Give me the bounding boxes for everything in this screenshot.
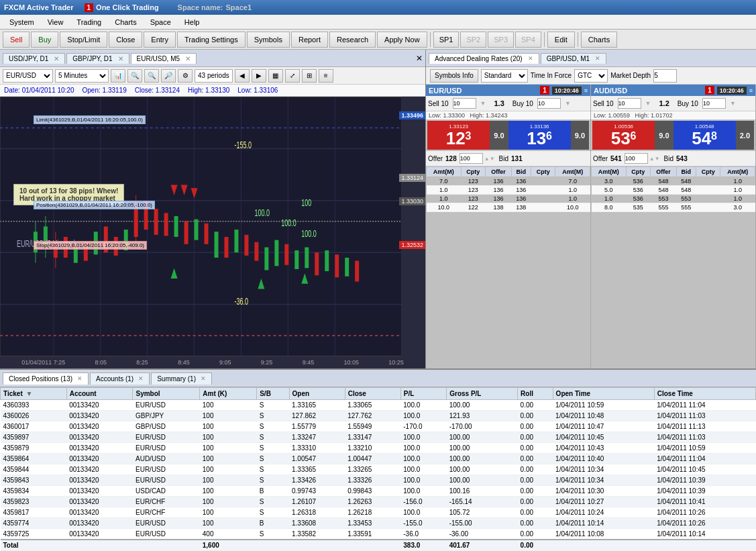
charts-button[interactable]: Charts [581, 32, 617, 48]
position-label: Position(4361029,B,01/04/2011 16:20:05,-… [34, 201, 155, 209]
menu-charts[interactable]: Charts [108, 17, 143, 28]
table-row[interactable]: 435983400133420USD/CAD100B0.997430.99843… [1, 486, 756, 497]
th-open-time[interactable]: Open Time [553, 388, 654, 400]
sp3-button[interactable]: SP3 [488, 32, 514, 48]
close-summary-tab[interactable]: ✕ [201, 375, 206, 382]
chart-panel-close[interactable]: ✕ [416, 54, 423, 63]
menu-btn[interactable]: ≡ [319, 69, 333, 83]
audusd-buy-box[interactable]: 1.00548 548 [673, 121, 736, 150]
close-gbpusd-rates-tab[interactable]: ✕ [595, 55, 600, 62]
entry-button[interactable]: Entry [144, 32, 176, 48]
audusd-sell-qty[interactable] [618, 98, 641, 109]
indicator-btn[interactable]: 🔍 [127, 69, 142, 83]
fullscreen-btn[interactable]: ⤢ [285, 69, 300, 83]
research-button[interactable]: Research [329, 32, 376, 48]
table-row[interactable]: 435977400133420EUR/USD100B1.336081.33453… [1, 518, 756, 529]
menu-space[interactable]: Space [144, 17, 178, 28]
symbol-select[interactable]: EUR/USD [3, 69, 53, 83]
eurusd-sell-box[interactable]: 1.33123 123 [427, 121, 490, 150]
accounts-tab[interactable]: Accounts (1) ✕ [90, 372, 150, 385]
table-row[interactable]: 435982300133420EUR/CHF100S1.261071.26263… [1, 497, 756, 507]
market-depth-input[interactable] [653, 69, 677, 83]
table-row[interactable]: 435981700133420EUR/CHF100S1.263181.26218… [1, 507, 756, 518]
close-eurusd-tab[interactable]: ✕ [185, 55, 191, 62]
sp4-button[interactable]: SP4 [515, 32, 541, 48]
limit-label: Limit(4361029,B,01/04/2011 16:20:05,100.… [34, 115, 146, 124]
apply-now-button[interactable]: Apply Now [377, 32, 427, 48]
stop-limit-button[interactable]: Stop/Limit [60, 32, 107, 48]
detach-btn[interactable]: ⊞ [302, 69, 317, 83]
gtc-select[interactable]: GTC [574, 69, 608, 83]
chart-tab-eurusd[interactable]: EUR/USD, M5 ✕ [131, 53, 197, 64]
symbols-info-btn[interactable]: Symbols Info [430, 69, 478, 83]
trading-settings-button[interactable]: Trading Settings [177, 32, 246, 48]
audusd-sell-box[interactable]: 1.00536 536 [592, 121, 655, 150]
eurusd-sell-qty[interactable] [453, 98, 476, 109]
th-roll[interactable]: Roll [518, 388, 553, 400]
chart-tab-gbpjpy[interactable]: GBP/JPY, D1 ✕ [66, 53, 129, 64]
th-account[interactable]: Account [66, 388, 133, 400]
rates-tab-gbpusd[interactable]: GBP/USD, M1 ✕ [541, 53, 606, 64]
eurusd-buy-box[interactable]: 1.33136 136 [508, 121, 571, 150]
eurusd-offer-bid: Offer 128 ▲▼ Bid 131 [426, 151, 590, 166]
audusd-offer-input[interactable] [625, 153, 648, 164]
th-sb[interactable]: S/B [257, 388, 289, 400]
eurusd-header: EUR/USD 1 10:20:46 ≡ [426, 85, 590, 96]
table-row[interactable]: 435984300133420EUR/USD100S1.334261.33326… [1, 475, 756, 486]
table-row[interactable]: 435986400133420AUD/USD100S1.005471.00447… [1, 454, 756, 464]
menu-trading[interactable]: Trading [70, 17, 108, 28]
audusd-buy-qty[interactable] [702, 98, 726, 109]
th-amt[interactable]: Amt (K) [200, 388, 257, 400]
edit-button[interactable]: Edit [547, 32, 575, 48]
close-usdjpy-tab[interactable]: ✕ [54, 55, 59, 62]
close-gbpjpy-tab[interactable]: ✕ [118, 55, 123, 62]
sp1-button[interactable]: SP1 [433, 32, 460, 48]
table-row[interactable]: 435987900133420EUR/USD100S1.333101.33210… [1, 443, 756, 454]
menu-view[interactable]: View [41, 17, 70, 28]
timeframe-select[interactable]: 5 Minutes [55, 69, 109, 83]
summary-tab[interactable]: Summary (1) ✕ [151, 372, 212, 385]
eurusd-buy-qty[interactable] [537, 98, 561, 109]
sp2-button[interactable]: SP2 [460, 32, 486, 48]
nav-left-btn[interactable]: ◀ [235, 69, 250, 83]
positions-table-container[interactable]: Ticket ▼ Account Symbol Amt (K) S/B Open… [0, 387, 756, 551]
symbols-button[interactable]: Symbols [247, 32, 290, 48]
table-row[interactable]: 435989700133420EUR/USD100S1.332471.33147… [1, 432, 756, 443]
table-row[interactable]: 436001700133420GBP/USD100S1.557791.55949… [1, 421, 756, 432]
chart-canvas[interactable]: EUR/USD (5 Minutes) -155.0 100.0 100.0 1… [0, 97, 425, 356]
grid-btn[interactable]: ▦ [268, 69, 283, 83]
standard-select[interactable]: Standard [481, 69, 528, 83]
close-button[interactable]: Close [109, 32, 142, 48]
th-close[interactable]: Close [345, 388, 400, 400]
closed-positions-tab[interactable]: Closed Positions (13) ✕ [3, 372, 89, 385]
settings-btn[interactable]: ⚙ [178, 69, 193, 83]
chart-type-btn[interactable]: 📊 [111, 69, 125, 83]
th-symbol[interactable]: Symbol [133, 388, 200, 400]
rates-tab-adv[interactable]: Advanced Dealing Rates (20) ✕ [429, 53, 539, 64]
zoom-in-btn[interactable]: 🔍 [144, 69, 159, 83]
table-row[interactable]: 436002600133420GBP/JPY100S127.862127.762… [1, 411, 756, 421]
close-rates-tab[interactable]: ✕ [528, 55, 533, 62]
report-button[interactable]: Report [291, 32, 328, 48]
buy-button[interactable]: Buy [31, 32, 58, 48]
chart-tab-usdjpy[interactable]: USD/JPY, D1 ✕ [3, 53, 65, 64]
audusd-menu-icon[interactable]: ≡ [749, 87, 753, 94]
nav-right-btn[interactable]: ▶ [252, 69, 266, 83]
sell-button[interactable]: Sell [3, 32, 30, 48]
audusd-depth-row: 8.05355555553.0 [592, 203, 755, 212]
eurusd-offer-input[interactable] [460, 153, 483, 164]
th-ticket[interactable]: Ticket ▼ [1, 388, 67, 400]
th-close-time[interactable]: Close Time [654, 388, 755, 400]
close-accounts-tab[interactable]: ✕ [138, 375, 144, 382]
zoom-out-btn[interactable]: 🔎 [161, 69, 176, 83]
menu-system[interactable]: System [3, 17, 41, 28]
th-pl[interactable]: P/L [400, 388, 446, 400]
th-open[interactable]: Open [289, 388, 345, 400]
table-row[interactable]: 435984400133420EUR/USD100S1.333651.33265… [1, 464, 756, 475]
th-gross-pl[interactable]: Gross P/L [447, 388, 518, 400]
table-row[interactable]: 436039300133420EUR/USD100S1.331651.33065… [1, 400, 756, 411]
table-row[interactable]: 435972500133420EUR/USD400S1.335821.33591… [1, 529, 756, 540]
eurusd-menu-icon[interactable]: ≡ [584, 87, 588, 94]
close-closed-positions-tab[interactable]: ✕ [77, 375, 83, 382]
menu-help[interactable]: Help [178, 17, 207, 28]
